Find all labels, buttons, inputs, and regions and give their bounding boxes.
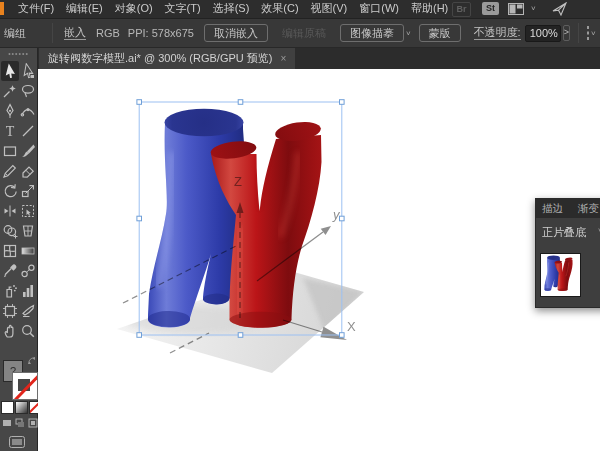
- color-button[interactable]: [1, 401, 14, 414]
- artboard-tool[interactable]: [1, 301, 19, 321]
- width-tool[interactable]: [1, 201, 19, 221]
- rotate-tool[interactable]: [1, 181, 19, 201]
- draw-inside-icon[interactable]: [28, 418, 38, 428]
- blend-tool[interactable]: [19, 261, 37, 281]
- slice-tool[interactable]: [19, 301, 37, 321]
- artwork-scene: Z y X: [38, 69, 600, 451]
- selection-handle[interactable]: [238, 100, 243, 105]
- svg-text:T: T: [5, 124, 14, 139]
- y-axis-arrowhead: [321, 226, 331, 235]
- free-transform-tool[interactable]: [19, 201, 37, 221]
- document-tab-title: 旋转阀数字模型.ai* @ 300% (RGB/GPU 预览): [48, 51, 272, 66]
- eyedropper-tool[interactable]: [1, 261, 19, 281]
- embed-link[interactable]: 嵌入: [64, 26, 86, 40]
- menu-bar: Ai 文件(F)编辑(E)对象(O)文字(T)选择(S)效果(C)视图(V)窗口…: [0, 0, 600, 19]
- tools-grid: T: [0, 61, 37, 341]
- screen-mode-button[interactable]: [9, 436, 25, 450]
- menu-item[interactable]: 视图(V): [305, 0, 354, 17]
- artboard-canvas[interactable]: Z y X: [38, 69, 600, 451]
- document-tab-bar: 旋转阀数字模型.ai* @ 300% (RGB/GPU 预览) ×: [38, 48, 600, 69]
- tab-close-icon[interactable]: ×: [280, 53, 286, 64]
- unembed-button[interactable]: 取消嵌入: [204, 24, 268, 42]
- image-trace-button[interactable]: 图像描摹: [340, 24, 404, 42]
- bridge-icon[interactable]: Br: [452, 2, 471, 17]
- tools-panel: •••••• T ?: [0, 48, 38, 451]
- toolbar-grip[interactable]: ••••••: [0, 48, 37, 61]
- selection-type-label: 编组: [4, 26, 26, 41]
- selection-handle[interactable]: [340, 216, 345, 221]
- panel-tab-bar: 描边 渐变: [536, 199, 600, 218]
- control-bar: 编组 嵌入 RGB PPI: 578x675 取消嵌入 编辑原稿 图像描摹 ˅ …: [0, 19, 600, 48]
- opacity-expand-button[interactable]: >: [563, 25, 570, 41]
- separator: [52, 23, 53, 43]
- stroke-swatch[interactable]: [12, 372, 38, 400]
- symbol-sprayer-tool[interactable]: [1, 281, 19, 301]
- selection-handle[interactable]: [137, 216, 142, 221]
- share-icon[interactable]: [552, 2, 567, 18]
- edit-original-button: 编辑原稿: [272, 24, 336, 42]
- curvature-tool[interactable]: [19, 101, 37, 121]
- menu-items: 文件(F)编辑(E)对象(O)文字(T)选择(S)效果(C)视图(V)窗口(W)…: [12, 0, 454, 17]
- mesh-tool[interactable]: [1, 241, 19, 261]
- gradient-button[interactable]: [15, 401, 28, 414]
- pen-tool[interactable]: [1, 101, 19, 121]
- gradient-tool[interactable]: [19, 241, 37, 261]
- draw-behind-icon[interactable]: [15, 418, 25, 428]
- menu-item[interactable]: 对象(O): [109, 0, 159, 17]
- shape-builder-tool[interactable]: [1, 221, 19, 241]
- draw-normal-icon[interactable]: [2, 418, 12, 428]
- mask-button[interactable]: 蒙版: [419, 24, 461, 42]
- z-axis-label: Z: [234, 174, 242, 189]
- selection-handle[interactable]: [340, 100, 345, 105]
- object-thumbnail[interactable]: [540, 253, 581, 297]
- workspace-chevron-icon[interactable]: ˅: [531, 4, 536, 13]
- stock-icon[interactable]: St: [482, 2, 499, 15]
- ppi-label: PPI: 578x675: [128, 27, 194, 39]
- magic-wand-tool[interactable]: [1, 81, 19, 101]
- eraser-tool[interactable]: [19, 161, 37, 181]
- rectangle-tool[interactable]: [1, 141, 19, 161]
- column-graph-tool[interactable]: [19, 281, 37, 301]
- swap-fill-stroke-icon[interactable]: [28, 356, 37, 368]
- select-similar-chevron-icon[interactable]: ˅: [591, 29, 596, 38]
- image-trace-chevron-icon[interactable]: ˅: [406, 29, 411, 38]
- tab-gradient[interactable]: 渐变: [578, 202, 599, 216]
- opacity-value-field[interactable]: 100%: [525, 25, 561, 42]
- blend-mode-select[interactable]: 正片叠底 ˅: [542, 225, 600, 240]
- direct-selection-tool[interactable]: [19, 61, 37, 81]
- scale-tool[interactable]: [19, 181, 37, 201]
- menu-item[interactable]: 编辑(E): [60, 0, 109, 17]
- illustrator-window: Ai 文件(F)编辑(E)对象(O)文字(T)选择(S)效果(C)视图(V)窗口…: [0, 0, 600, 451]
- color-mode-buttons: [1, 401, 42, 414]
- paintbrush-tool[interactable]: [19, 141, 37, 161]
- selection-handle[interactable]: [137, 333, 142, 338]
- selection-tool[interactable]: [1, 61, 19, 81]
- drawing-mode-buttons: [2, 418, 38, 428]
- x-axis-label: X: [347, 319, 356, 334]
- separator: [578, 23, 579, 43]
- hand-tool[interactable]: [1, 321, 19, 341]
- menu-item[interactable]: 窗口(W): [353, 0, 405, 17]
- menu-item[interactable]: 效果(C): [255, 0, 304, 17]
- transparency-panel: 描边 渐变 正片叠底 ˅: [535, 198, 600, 308]
- menu-item[interactable]: 帮助(H): [405, 0, 454, 17]
- menu-item[interactable]: 文件(F): [12, 0, 60, 17]
- type-tool[interactable]: T: [1, 121, 19, 141]
- selection-handle[interactable]: [137, 100, 142, 105]
- document-area: 旋转阀数字模型.ai* @ 300% (RGB/GPU 预览) ×: [38, 48, 600, 451]
- selection-handle[interactable]: [238, 333, 243, 338]
- workspace-switcher-icon[interactable]: [508, 3, 524, 17]
- menu-item[interactable]: 选择(S): [207, 0, 256, 17]
- opacity-label[interactable]: 不透明度:: [474, 26, 521, 40]
- pencil-tool[interactable]: [1, 161, 19, 181]
- app-logo-icon[interactable]: Ai: [0, 2, 4, 15]
- selection-handle[interactable]: [340, 333, 345, 338]
- select-similar-icon[interactable]: [587, 26, 589, 40]
- line-segment-tool[interactable]: [19, 121, 37, 141]
- lasso-tool[interactable]: [19, 81, 37, 101]
- perspective-grid-tool[interactable]: [19, 221, 37, 241]
- zoom-tool[interactable]: [19, 321, 37, 341]
- tab-stroke[interactable]: 描边: [542, 202, 563, 216]
- document-tab[interactable]: 旋转阀数字模型.ai* @ 300% (RGB/GPU 预览) ×: [39, 48, 295, 69]
- menu-item[interactable]: 文字(T): [159, 0, 207, 17]
